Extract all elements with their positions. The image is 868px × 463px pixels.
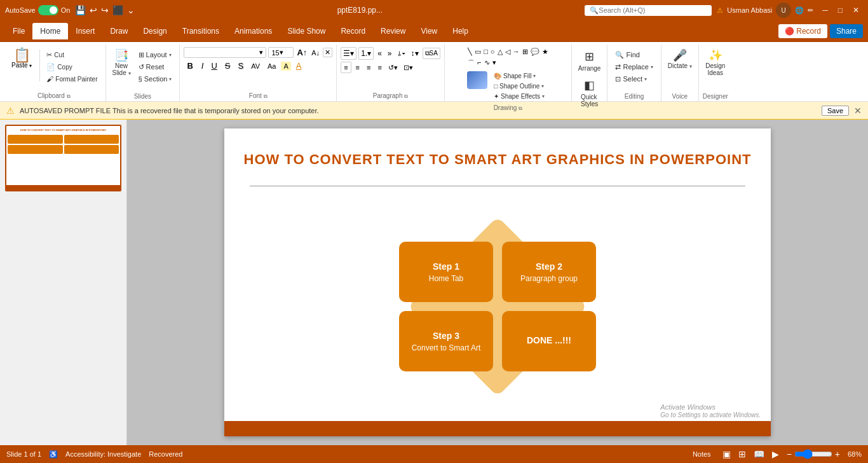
tab-help[interactable]: Help: [445, 23, 476, 39]
tab-transitions[interactable]: Transitions: [175, 23, 227, 39]
notification-save-button[interactable]: Save: [822, 106, 849, 116]
shape-dd-icon[interactable]: ▾: [492, 58, 497, 69]
font-size-selector[interactable]: 15 ▾: [268, 47, 294, 58]
shape-line-icon[interactable]: ╲: [467, 47, 473, 57]
font-color-button[interactable]: A: [294, 60, 304, 71]
tab-slideshow[interactable]: Slide Show: [280, 23, 333, 39]
copy-button[interactable]: 📄 Copy: [43, 62, 101, 73]
view-normal-button[interactable]: ▣: [720, 448, 733, 460]
autosave-toggle[interactable]: [38, 5, 58, 15]
shape-style-preview[interactable]: [467, 71, 487, 89]
line-spacing-button[interactable]: ↕▾: [409, 48, 421, 59]
shape-effects-button[interactable]: ✦ Shape Effects ▾: [490, 92, 548, 101]
find-button[interactable]: 🔍 Find: [611, 50, 656, 60]
share-button[interactable]: Share: [830, 24, 863, 38]
underline-button[interactable]: U: [208, 60, 219, 71]
shadow-button[interactable]: S: [235, 60, 246, 71]
decrease-indent-button[interactable]: «: [376, 48, 384, 59]
search-box[interactable]: 🔍: [585, 5, 712, 16]
tab-review[interactable]: Review: [373, 23, 413, 39]
select-button[interactable]: ⊡ Select ▾: [611, 74, 656, 85]
italic-button[interactable]: I: [199, 60, 207, 71]
shape-more-icon[interactable]: ⊞: [522, 47, 529, 57]
record-button[interactable]: 🔴 Record: [778, 24, 827, 38]
view-slide-sorter-button[interactable]: ⊞: [736, 448, 749, 460]
zoom-slider[interactable]: [794, 449, 832, 459]
search-input[interactable]: [599, 6, 700, 14]
spacing-button[interactable]: AV: [248, 62, 262, 71]
accessibility-text[interactable]: Accessibility: Investigate: [65, 450, 141, 458]
new-slide-button[interactable]: 📑 NewSlide ▾: [110, 47, 133, 79]
shape-curve-icon[interactable]: ⌒: [467, 58, 475, 69]
smartart-cell-3[interactable]: Step 3 Convert to Smart Art: [399, 311, 493, 371]
align-left-button[interactable]: ≡: [341, 62, 351, 73]
shape-oval-icon[interactable]: ○: [490, 47, 496, 57]
smartart-cell-1[interactable]: Step 1 Home Tab: [399, 242, 493, 302]
arrange-button[interactable]: ⊞ Arrange: [576, 47, 604, 74]
highlight-button[interactable]: A: [281, 62, 290, 71]
bullets-button[interactable]: ☰▾: [341, 47, 356, 60]
clear-format-button[interactable]: ✕: [323, 48, 332, 57]
notes-button[interactable]: Notes: [689, 449, 715, 459]
zoom-in-button[interactable]: +: [835, 449, 840, 459]
shape-rect-icon[interactable]: ▭: [474, 47, 482, 57]
smartart-graphic[interactable]: Step 1 Home Tab Step 2 Paragraph group S…: [377, 198, 618, 415]
more-icon[interactable]: ⌄: [127, 5, 135, 15]
columns-button[interactable]: ⫰▾: [396, 48, 407, 59]
redo-icon[interactable]: ↪: [101, 5, 109, 15]
minimize-icon[interactable]: ─: [818, 6, 832, 15]
smartart-cell-2[interactable]: Step 2 Paragraph group: [502, 242, 596, 302]
save-icon[interactable]: 💾: [75, 5, 86, 15]
undo-icon[interactable]: ↩: [90, 5, 97, 15]
tab-draw[interactable]: Draw: [102, 23, 135, 39]
replace-button[interactable]: ⇄ Replace ▾: [611, 62, 656, 73]
tab-view[interactable]: View: [413, 23, 445, 39]
font-family-selector[interactable]: ▾: [184, 47, 266, 58]
design-ideas-button[interactable]: ✨ DesignIdeas: [703, 47, 728, 79]
section-button[interactable]: § Section ▾: [135, 74, 176, 84]
font-shrink-button[interactable]: A↓: [310, 49, 321, 57]
shape-callout-icon[interactable]: 💬: [530, 47, 540, 57]
present-icon[interactable]: ⬛: [112, 5, 123, 15]
bold-button[interactable]: B: [184, 60, 196, 72]
view-slideshow-button[interactable]: ▶: [770, 448, 782, 460]
close-icon[interactable]: ✕: [849, 6, 863, 15]
shape-elbow-icon[interactable]: ⌐: [477, 58, 482, 69]
maximize-icon[interactable]: □: [834, 6, 846, 15]
slide-canvas[interactable]: HOW TO CONVERT TEXT TO SMART ART GRAPHIC…: [224, 128, 771, 436]
increase-indent-button[interactable]: »: [386, 48, 394, 59]
numbering-button[interactable]: 1.▾: [358, 47, 374, 60]
paste-button[interactable]: 📋 Paste ▾: [6, 47, 37, 84]
tab-animations[interactable]: Animations: [227, 23, 280, 39]
format-painter-button[interactable]: 🖌 Format Painter: [43, 74, 101, 84]
layout-button[interactable]: ⊞ Layout ▾: [135, 50, 176, 60]
smartart-cell-4[interactable]: DONE ...!!!: [502, 311, 596, 371]
reset-button[interactable]: ↺ Reset: [135, 62, 176, 73]
font-grow-button[interactable]: A↑: [295, 48, 308, 57]
shape-rtri-icon[interactable]: ◁: [505, 47, 511, 57]
shape-tri-icon[interactable]: △: [497, 47, 503, 57]
slide-thumbnail-1[interactable]: 1 HOW TO CONVERT TEXT TO SMART ART GRAPH…: [5, 125, 121, 191]
shape-star-icon[interactable]: ★: [541, 47, 549, 57]
smartart-convert-button[interactable]: ⧉SA: [423, 48, 440, 59]
shape-freeform-icon[interactable]: ∿: [484, 58, 491, 69]
tab-home[interactable]: Home: [32, 23, 68, 39]
text-direction-button[interactable]: ↺▾: [386, 62, 400, 73]
align-right-button[interactable]: ≡: [364, 62, 373, 73]
tab-file[interactable]: File: [5, 23, 32, 39]
tab-design[interactable]: Design: [135, 23, 174, 39]
zoom-out-button[interactable]: −: [787, 449, 792, 459]
cut-button[interactable]: ✂ Cut: [43, 50, 101, 60]
text-align-button[interactable]: ⊡▾: [402, 62, 415, 73]
align-center-button[interactable]: ≡: [353, 62, 362, 73]
tab-record[interactable]: Record: [333, 23, 373, 39]
user-avatar[interactable]: U: [776, 3, 791, 18]
dictate-button[interactable]: 🎤 Dictate ▾: [665, 47, 695, 72]
view-reading-button[interactable]: 📖: [751, 448, 767, 460]
shape-outline-button[interactable]: □ Shape Outline ▾: [490, 81, 548, 91]
shape-rect2-icon[interactable]: □: [483, 47, 489, 57]
tab-insert[interactable]: Insert: [68, 23, 102, 39]
shape-arrow-icon[interactable]: →: [512, 47, 520, 57]
align-justify-button[interactable]: ≡: [375, 62, 384, 73]
quick-styles-button[interactable]: ◧ QuickStyles: [576, 76, 604, 110]
